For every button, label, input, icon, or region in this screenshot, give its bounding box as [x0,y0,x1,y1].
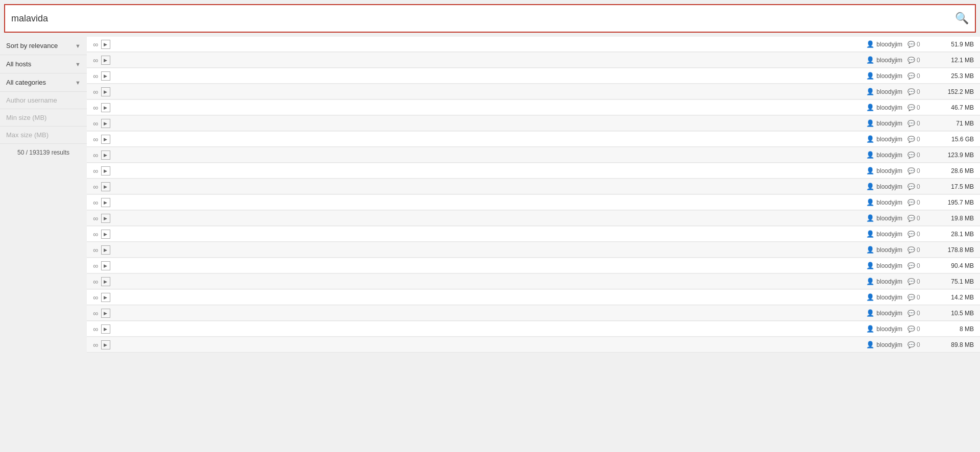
infinity-icon[interactable]: ∞ [93,183,98,190]
row-icons: ∞ ▶ [93,324,110,334]
infinity-icon[interactable]: ∞ [93,199,98,206]
author-icon: 👤 [866,135,874,143]
row-icons: ∞ ▶ [93,230,110,239]
infinity-icon[interactable]: ∞ [93,262,98,269]
play-icon[interactable]: ▶ [101,340,110,349]
table-row: ∞ ▶ 👤 bloodyjim 💬 0 8 MB [87,321,980,337]
row-comments: 💬 0 [907,167,928,174]
row-size: 89.8 MB [933,341,974,348]
infinity-icon[interactable]: ∞ [93,325,98,333]
play-icon[interactable]: ▶ [101,87,110,96]
infinity-icon[interactable]: ∞ [93,215,98,222]
row-icons: ∞ ▶ [93,198,110,207]
comment-count: 0 [917,341,920,348]
infinity-icon[interactable]: ∞ [93,231,98,238]
play-icon[interactable]: ▶ [101,166,110,175]
row-size: 15.6 GB [933,136,974,143]
search-icon[interactable]: 🔍 [955,12,969,25]
comment-icon: 💬 [907,246,915,254]
table-row: ∞ ▶ 👤 bloodyjim 💬 0 28.1 MB [87,227,980,242]
comment-count: 0 [917,88,920,95]
author-username-input[interactable] [0,92,87,109]
play-icon[interactable]: ▶ [101,277,110,286]
comment-count: 0 [917,278,920,285]
row-size: 75.1 MB [933,278,974,285]
row-author: 👤 bloodyjim [851,309,902,317]
comment-icon: 💬 [907,120,915,127]
sort-by-label: Sort by relevance [6,42,58,49]
play-icon[interactable]: ▶ [101,135,110,144]
infinity-icon[interactable]: ∞ [93,72,98,80]
categories-selector[interactable]: All categories ▼ [0,73,87,92]
infinity-icon[interactable]: ∞ [93,246,98,254]
infinity-icon[interactable]: ∞ [93,152,98,159]
row-comments: 💬 0 [907,57,928,64]
row-comments: 💬 0 [907,215,928,222]
row-comments: 💬 0 [907,199,928,206]
play-icon[interactable]: ▶ [101,293,110,302]
table-row: ∞ ▶ 👤 bloodyjim 💬 0 17.5 MB [87,179,980,194]
author-name: bloodyjim [876,41,902,48]
infinity-icon[interactable]: ∞ [93,310,98,317]
author-icon: 👤 [866,119,874,127]
row-size: 90.4 MB [933,262,974,269]
row-author: 👤 bloodyjim [851,167,902,174]
play-icon[interactable]: ▶ [101,214,110,223]
author-icon: 👤 [866,151,874,159]
sort-chevron-icon: ▼ [75,43,81,49]
row-size: 28.1 MB [933,231,974,238]
row-comments: 💬 0 [907,136,928,143]
play-icon[interactable]: ▶ [101,230,110,239]
row-icons: ∞ ▶ [93,340,110,349]
row-author: 👤 bloodyjim [851,40,902,48]
row-icons: ∞ ▶ [93,103,110,112]
comment-count: 0 [917,104,920,111]
infinity-icon[interactable]: ∞ [93,294,98,301]
row-author: 👤 bloodyjim [851,119,902,127]
play-icon[interactable]: ▶ [101,103,110,112]
table-row: ∞ ▶ 👤 bloodyjim 💬 0 15.6 GB [87,132,980,147]
infinity-icon[interactable]: ∞ [93,57,98,64]
play-icon[interactable]: ▶ [101,261,110,270]
row-comments: 💬 0 [907,152,928,159]
play-icon[interactable]: ▶ [101,150,110,160]
infinity-icon[interactable]: ∞ [93,120,98,127]
author-name: bloodyjim [876,246,902,254]
sort-by-selector[interactable]: Sort by relevance ▼ [0,37,87,55]
min-size-input[interactable] [0,109,87,127]
row-size: 17.5 MB [933,183,974,190]
infinity-icon[interactable]: ∞ [93,41,98,48]
row-size: 8 MB [933,325,974,333]
comment-count: 0 [917,57,920,64]
play-icon[interactable]: ▶ [101,309,110,318]
hosts-chevron-icon: ▼ [75,61,81,67]
infinity-icon[interactable]: ∞ [93,341,98,348]
main-layout: Sort by relevance ▼ All hosts ▼ All cate… [0,37,980,452]
row-author: 👤 bloodyjim [851,293,902,301]
row-icons: ∞ ▶ [93,40,110,49]
infinity-icon[interactable]: ∞ [93,104,98,111]
play-icon[interactable]: ▶ [101,245,110,255]
play-icon[interactable]: ▶ [101,56,110,65]
search-input[interactable] [11,13,955,24]
infinity-icon[interactable]: ∞ [93,136,98,143]
infinity-icon[interactable]: ∞ [93,88,98,95]
play-icon[interactable]: ▶ [101,119,110,128]
max-size-input[interactable] [0,127,87,144]
play-icon[interactable]: ▶ [101,198,110,207]
hosts-selector[interactable]: All hosts ▼ [0,55,87,73]
play-icon[interactable]: ▶ [101,40,110,49]
play-icon[interactable]: ▶ [101,182,110,191]
comment-icon: 💬 [907,183,915,190]
infinity-icon[interactable]: ∞ [93,167,98,174]
infinity-icon[interactable]: ∞ [93,278,98,285]
sidebar: Sort by relevance ▼ All hosts ▼ All cate… [0,37,87,452]
comment-count: 0 [917,120,920,127]
play-icon[interactable]: ▶ [101,324,110,334]
row-author: 👤 bloodyjim [851,278,902,285]
author-name: bloodyjim [876,104,902,111]
hosts-label: All hosts [6,60,31,68]
row-author: 👤 bloodyjim [851,72,902,80]
row-icons: ∞ ▶ [93,214,110,223]
play-icon[interactable]: ▶ [101,71,110,81]
